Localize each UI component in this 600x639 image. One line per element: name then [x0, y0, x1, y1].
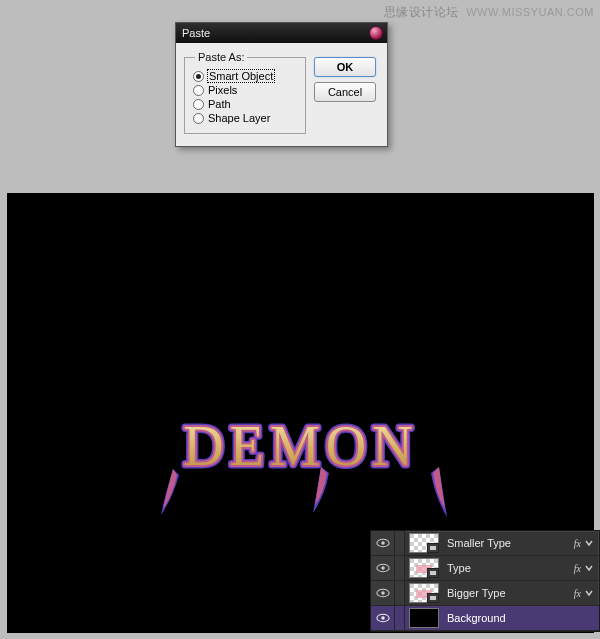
radio-pixels[interactable]: Pixels	[193, 83, 297, 97]
watermark-cn: 思缘设计论坛	[384, 5, 459, 19]
radio-path[interactable]: Path	[193, 97, 297, 111]
layer-row-bigger-type[interactable]: Bigger Type fx	[371, 581, 599, 606]
ok-button[interactable]: OK	[314, 57, 376, 77]
layer-row-type[interactable]: Type fx	[371, 556, 599, 581]
paste-dialog: Paste Paste As: Smart Object Pixels Path…	[175, 22, 388, 147]
eye-icon	[376, 613, 390, 623]
layers-panel: Smaller Type fx Type fx Bigger Type fx B…	[370, 530, 600, 632]
svg-point-3	[381, 566, 385, 570]
visibility-toggle[interactable]	[371, 606, 395, 630]
dialog-title: Paste	[182, 27, 210, 39]
watermark: 思缘设计论坛 WWW.MISSYUAN.COM	[384, 4, 594, 21]
fx-label: fx	[574, 588, 583, 599]
radio-label: Smart Object	[208, 70, 274, 82]
layer-row-smaller-type[interactable]: Smaller Type fx	[371, 531, 599, 556]
layer-name[interactable]: Bigger Type	[447, 587, 574, 599]
radio-label: Shape Layer	[208, 112, 270, 124]
link-column	[395, 556, 405, 580]
watermark-en: WWW.MISSYUAN.COM	[466, 6, 594, 18]
layer-thumbnail[interactable]	[409, 583, 439, 603]
demon-fill: DEMON	[183, 415, 418, 477]
radio-icon	[193, 99, 204, 110]
radio-label: Path	[208, 98, 231, 110]
eye-icon	[376, 538, 390, 548]
layer-row-background[interactable]: Background	[371, 606, 599, 631]
layer-thumbnail[interactable]	[409, 558, 439, 578]
link-column	[395, 531, 405, 555]
link-column	[395, 606, 405, 630]
dialog-titlebar[interactable]: Paste	[176, 23, 387, 43]
demon-text: DEMON DEMON DEMON	[121, 405, 481, 525]
visibility-toggle[interactable]	[371, 581, 395, 605]
expand-effects-button[interactable]	[583, 563, 595, 573]
layer-thumbnail[interactable]	[409, 608, 439, 628]
radio-smart-object[interactable]: Smart Object	[193, 69, 297, 83]
expand-effects-button[interactable]	[583, 588, 595, 598]
smart-object-badge-icon	[427, 593, 439, 603]
radio-label: Pixels	[208, 84, 237, 96]
paste-as-legend: Paste As:	[195, 51, 247, 63]
visibility-toggle[interactable]	[371, 556, 395, 580]
link-column	[395, 581, 405, 605]
radio-icon	[193, 71, 204, 82]
expand-effects-button[interactable]	[583, 538, 595, 548]
cancel-button[interactable]: Cancel	[314, 82, 376, 102]
fx-label: fx	[574, 563, 583, 574]
eye-icon	[376, 563, 390, 573]
layer-thumbnail[interactable]	[409, 533, 439, 553]
paste-as-fieldset: Paste As: Smart Object Pixels Path Shape…	[184, 51, 306, 134]
svg-point-7	[381, 616, 385, 620]
fx-label: fx	[574, 538, 583, 549]
svg-point-1	[381, 541, 385, 545]
dialog-buttons: OK Cancel	[314, 57, 376, 134]
radio-shape-layer[interactable]: Shape Layer	[193, 111, 297, 125]
radio-icon	[193, 113, 204, 124]
spike-decoration	[163, 469, 177, 509]
svg-point-5	[381, 591, 385, 595]
dialog-body: Paste As: Smart Object Pixels Path Shape…	[176, 43, 387, 146]
visibility-toggle[interactable]	[371, 531, 395, 555]
eye-icon	[376, 588, 390, 598]
close-icon[interactable]	[369, 26, 383, 40]
layer-name[interactable]: Type	[447, 562, 574, 574]
smart-object-badge-icon	[427, 543, 439, 553]
radio-icon	[193, 85, 204, 96]
smart-object-badge-icon	[427, 568, 439, 578]
layer-name[interactable]: Smaller Type	[447, 537, 574, 549]
layer-name[interactable]: Background	[447, 612, 599, 624]
